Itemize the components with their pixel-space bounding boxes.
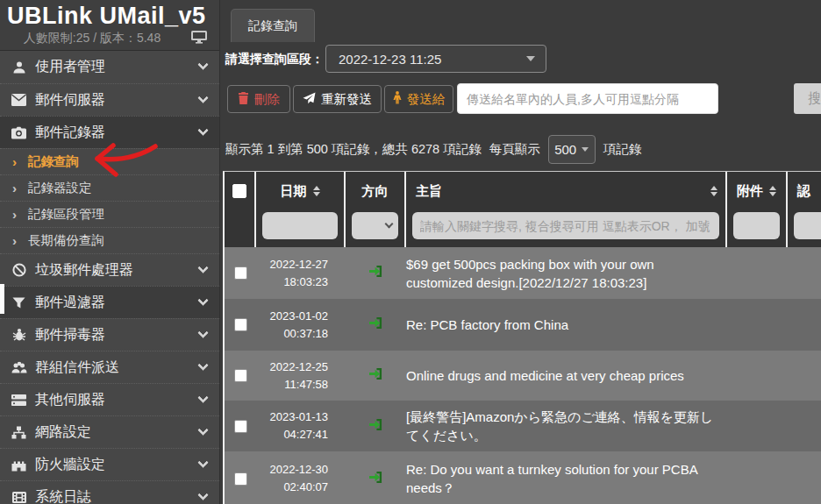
envelope-icon (11, 94, 27, 106)
row-attachment (727, 247, 788, 299)
tab-record-query[interactable]: 記錄查詢 (231, 9, 315, 42)
row-date: 2023-01-02 (270, 308, 329, 325)
header-cell-auth[interactable]: 認 (788, 172, 821, 210)
row-time: 00:37:18 (283, 325, 328, 343)
recipient-input[interactable] (457, 83, 718, 114)
row-subject: $69 get 500pcs packing box with your own… (406, 255, 722, 292)
submenu-arrow-icon: › (12, 233, 17, 248)
table-row[interactable]: 2023-01-0200:37:18 Re: PCB factory from … (225, 299, 821, 351)
row-attachment (727, 401, 788, 451)
direction-filter-select[interactable] (352, 212, 398, 239)
send-to-button[interactable]: 發送給 (384, 85, 453, 113)
query-section-value: 2022-12-23 11:25 (339, 52, 441, 67)
pagination-info: 顯示第 1 到第 500 項記錄，總共 6278 項記錄 每頁顯示 500 項記… (225, 133, 820, 165)
row-date: 2022-12-25 (270, 358, 329, 376)
per-page-label: 每頁顯示 (489, 141, 540, 158)
app-window: UBLink UMail_v5 人數限制:25 / 版本：5.48 使用者管理 … (0, 0, 821, 504)
sidebar-subitem-recorder-settings[interactable]: › 記錄器設定 (0, 174, 219, 201)
table-row[interactable]: 2022-12-2718:03:23 $69 get 500pcs packin… (225, 247, 821, 299)
per-page-value: 500 (554, 142, 576, 157)
row-auth (788, 451, 821, 504)
select-all-checkbox[interactable] (232, 184, 246, 198)
sidebar-item-label: 垃圾郵件處理器 (35, 261, 199, 280)
sort-icon[interactable] (313, 186, 320, 196)
incoming-mail-icon (369, 471, 382, 487)
header-cell-direction: 方向 (346, 172, 406, 210)
sidebar-menu: 使用者管理 郵件伺服器 郵件記錄器 › 記錄查詢 › 記錄器設定 (0, 51, 219, 504)
row-time: 02:40:07 (283, 479, 328, 496)
filter-cell-auth (788, 210, 821, 247)
row-checkbox[interactable] (234, 369, 247, 382)
row-date: 2022-12-27 (270, 256, 329, 273)
table-row[interactable]: 2022-12-3002:40:07 Re: Do you want a tur… (225, 451, 821, 504)
incoming-mail-icon (369, 316, 382, 333)
resend-button[interactable]: 重新發送 (293, 85, 382, 113)
search-button[interactable]: 搜尋 (794, 83, 821, 114)
filter-cell-checkbox (225, 210, 256, 247)
sidebar-subitem-label: 記錄區段管理 (28, 206, 104, 223)
query-section-select[interactable]: 2022-12-23 11:25 (325, 45, 546, 73)
row-time: 04:27:41 (283, 426, 328, 444)
submenu-arrow-icon: › (12, 154, 17, 169)
row-checkbox[interactable] (234, 420, 247, 433)
trash-icon (238, 92, 249, 107)
app-title: UBLink UMail_v5 (0, 0, 219, 30)
user-icon (11, 60, 27, 75)
header-cell-date[interactable]: 日期 (256, 172, 346, 210)
date-filter-input[interactable] (262, 212, 338, 239)
sort-icon[interactable] (710, 186, 717, 196)
sidebar-item-system-log[interactable]: 系統日誌 (0, 480, 219, 504)
header-cell-checkbox (225, 172, 256, 210)
filter-cell-date (256, 210, 346, 247)
row-auth (788, 351, 821, 401)
sidebar-item-label: 網路設定 (35, 423, 199, 442)
subject-filter-input[interactable] (412, 212, 719, 239)
header-cell-attachment[interactable]: 附件 (727, 172, 788, 210)
sidebar-subitem-longterm-backup-query[interactable]: › 長期備份查詢 (0, 227, 219, 253)
records-table: 日期 方向 主旨 附件 認 (223, 171, 821, 504)
chevron-down-icon (197, 124, 209, 136)
sidebar-item-network-settings[interactable]: 網路設定 (0, 415, 219, 448)
sidebar-subitem-record-query[interactable]: › 記錄查詢 (0, 148, 219, 174)
sidebar-item-spam-processor[interactable]: 垃圾郵件處理器 (0, 253, 219, 286)
sidebar: UBLink UMail_v5 人數限制:25 / 版本：5.48 使用者管理 … (0, 0, 219, 504)
incoming-mail-icon (369, 418, 382, 435)
sidebar-item-mail-antivirus[interactable]: 郵件掃毒器 (0, 318, 219, 351)
bug-icon (11, 328, 27, 342)
sidebar-subitem-record-section-management[interactable]: › 記錄區段管理 (0, 201, 219, 227)
per-page-select[interactable]: 500 (548, 135, 596, 164)
chevron-down-icon (197, 59, 209, 70)
table-row[interactable]: 2022-12-2511:47:58 Online drugs and medi… (225, 351, 821, 401)
sidebar-item-mail-server[interactable]: 郵件伺服器 (0, 83, 219, 116)
sidebar-item-label: 群組信件派送 (35, 358, 199, 377)
monitor-icon (191, 31, 207, 46)
filter-cell-subject (406, 210, 727, 247)
row-time: 18:03:23 (283, 273, 328, 291)
sidebar-item-mail-recorder[interactable]: 郵件記錄器 (0, 116, 219, 148)
sidebar-item-firewall-settings[interactable]: 防火牆設定 (0, 448, 219, 480)
row-auth (788, 247, 821, 299)
query-section-label: 請選擇查詢區段： (225, 52, 324, 67)
chevron-down-icon (197, 424, 209, 436)
filter-cell-attachment (727, 210, 788, 247)
delete-button[interactable]: 刪除 (227, 85, 290, 113)
header-cell-subject[interactable]: 主旨 (406, 172, 727, 210)
row-time: 11:47:58 (284, 376, 328, 394)
row-checkbox[interactable] (234, 318, 247, 331)
table-row[interactable]: 2023-01-1304:27:41 [最終警告]Amazonから緊急のご連絡、… (225, 401, 821, 451)
auth-filter-input[interactable] (794, 212, 821, 239)
row-attachment (727, 299, 788, 351)
chevron-down-icon (197, 327, 209, 338)
sort-icon[interactable] (769, 186, 776, 196)
sidebar-item-other-servers[interactable]: 其他伺服器 (0, 383, 219, 415)
attachment-filter-input[interactable] (733, 212, 780, 239)
sidebar-item-group-mail-delivery[interactable]: 群組信件派送 (0, 351, 219, 383)
chevron-down-icon (197, 392, 209, 403)
sidebar-item-label: 郵件過濾器 (35, 294, 199, 312)
sidebar-item-user-management[interactable]: 使用者管理 (0, 51, 219, 83)
row-checkbox[interactable] (234, 472, 247, 486)
row-date: 2022-12-30 (270, 461, 329, 479)
sidebar-item-mail-filter[interactable]: 郵件過濾器 (0, 286, 219, 318)
sidebar-item-label: 郵件掃毒器 (35, 326, 199, 344)
row-checkbox[interactable] (234, 266, 247, 280)
